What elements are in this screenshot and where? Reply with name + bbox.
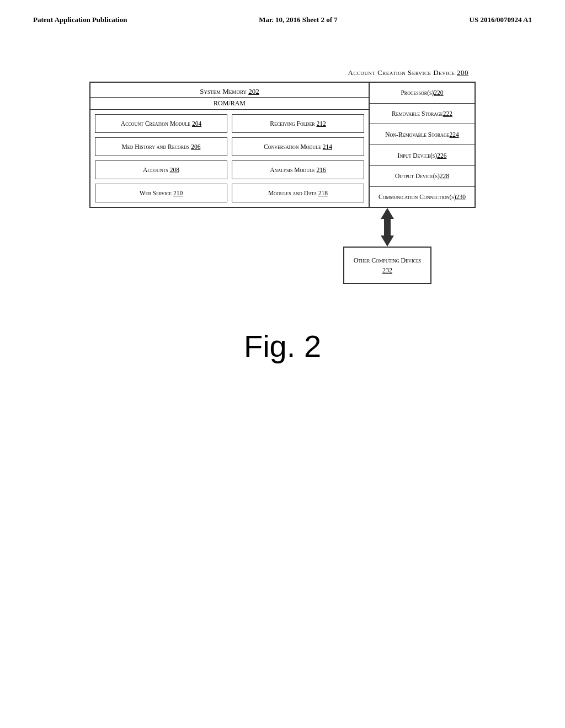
component-output-devices: Output Device(s)228 (370, 166, 475, 187)
arrow-section: Other Computing Devices 232 (343, 208, 431, 284)
component-communication: Communication Connection(s)230 (370, 187, 475, 207)
rom-ram-label: ROM/RAM (90, 98, 369, 110)
diagram-area: Account Creation Service Device 200 Syst… (0, 68, 565, 284)
component-input-devices: Input Device(s)226 (370, 145, 475, 166)
modules-grid: Account Creation Module 204 Receiving Fo… (90, 110, 369, 207)
fig-label: Fig. 2 (0, 328, 565, 364)
svg-marker-0 (381, 208, 394, 219)
device-title: Account Creation Service Device 200 (348, 68, 468, 77)
module-accounts: Accounts 208 (95, 160, 227, 179)
other-devices-box: Other Computing Devices 232 (343, 247, 431, 284)
svg-rect-2 (384, 218, 391, 237)
system-memory-panel: System Memory 202 ROM/RAM Account Creati… (90, 83, 370, 207)
module-med-history: Med History and Records 206 (95, 137, 227, 156)
device-number: 200 (457, 68, 468, 77)
svg-marker-1 (381, 235, 394, 247)
device-box: System Memory 202 ROM/RAM Account Creati… (89, 82, 476, 208)
header-left: Patent Application Publication (33, 15, 127, 24)
bidirectional-arrow (371, 208, 404, 247)
header-right: US 2016/0070924 A1 (470, 15, 532, 24)
module-analysis: Analysis Module 216 (232, 160, 364, 179)
module-modules-data: Modules and Data 218 (232, 184, 364, 202)
device-title-text: Account Creation Service Device 200 (348, 68, 468, 77)
module-account-creation: Account Creation Module 204 (95, 114, 227, 133)
module-receiving-folder: Receiving Folder 212 (232, 114, 364, 133)
component-removable-storage: Removable Storage 222 (370, 104, 475, 125)
system-memory-title: System Memory 202 (90, 83, 369, 98)
right-panel: Processor(s)220 Removable Storage 222 No… (370, 83, 475, 207)
module-web-service: Web Service 210 (95, 184, 227, 202)
component-processor: Processor(s)220 (370, 83, 475, 104)
page-header: Patent Application Publication Mar. 10, … (0, 0, 565, 24)
component-non-removable-storage: Non-Removable Storage 224 (370, 124, 475, 145)
module-conversation: Conversation Module 214 (232, 137, 364, 156)
header-center: Mar. 10, 2016 Sheet 2 of 7 (259, 15, 338, 24)
